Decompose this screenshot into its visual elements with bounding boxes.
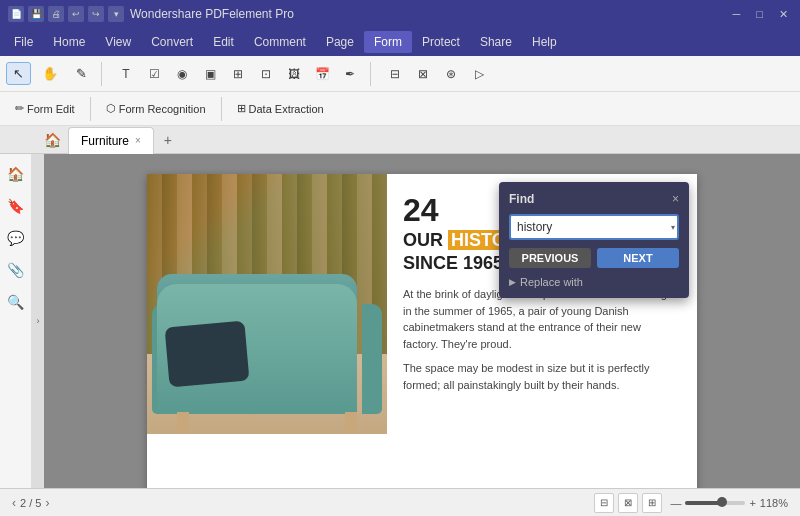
menu-form[interactable]: Form — [364, 31, 412, 53]
sidebar-search-icon[interactable]: 🔍 — [4, 290, 28, 314]
edit-icon: ✎ — [76, 66, 87, 81]
paragraph-2: The space may be modest in size but it i… — [403, 360, 677, 393]
find-input[interactable] — [509, 214, 679, 240]
edit-tool-button[interactable]: ✎ — [69, 62, 94, 85]
menu-file[interactable]: File — [4, 31, 43, 53]
zoom-slider-track[interactable] — [685, 501, 745, 505]
find-dropdown-arrow[interactable]: ▾ — [671, 223, 675, 232]
menu-share[interactable]: Share — [470, 31, 522, 53]
zoom-slider-fill — [685, 501, 720, 505]
our-text: OUR — [403, 230, 448, 250]
form-toolbar-sep-2 — [221, 97, 222, 121]
sidebar-comments-icon[interactable]: 💬 — [4, 226, 28, 250]
menu-home[interactable]: Home — [43, 31, 95, 53]
zoom-in-button[interactable]: + — [749, 497, 755, 509]
find-close-button[interactable]: × — [672, 192, 679, 206]
single-page-view-button[interactable]: ⊟ — [594, 493, 614, 513]
sidebar-attachments-icon[interactable]: 📎 — [4, 258, 28, 282]
signature-icon-btn[interactable]: ✒ — [337, 61, 363, 87]
hand-icon: ✋ — [42, 66, 58, 81]
find-next-button[interactable]: NEXT — [597, 248, 679, 268]
find-panel: Find × ▾ PREVIOUS NEXT ▶ Replace with — [499, 182, 689, 298]
text-field-icon-btn[interactable]: T — [113, 61, 139, 87]
print-icon[interactable]: 🖨 — [48, 6, 64, 22]
form-icon-group-2: ⊟ ⊠ ⊛ ▷ — [382, 61, 492, 87]
title-bar: 📄 💾 🖨 ↩ ↪ ▾ Wondershare PDFelement Pro ─… — [0, 0, 800, 28]
close-button[interactable]: ✕ — [775, 8, 792, 21]
sidebar-expand-button[interactable]: › — [32, 154, 44, 488]
sidebar-pages-icon[interactable]: 🏠 — [4, 162, 28, 186]
align-icon-btn[interactable]: ⊟ — [382, 61, 408, 87]
find-previous-button[interactable]: PREVIOUS — [509, 248, 591, 268]
hand-tool-button[interactable]: ✋ — [35, 62, 65, 85]
minimize-button[interactable]: ─ — [729, 8, 745, 21]
dropdown-icon[interactable]: ▾ — [108, 6, 124, 22]
menu-edit[interactable]: Edit — [203, 31, 244, 53]
redo-icon[interactable]: ↪ — [88, 6, 104, 22]
form-recognition-button[interactable]: ⬡ Form Recognition — [97, 98, 215, 119]
body-text-area: At the brink of daylight on a quaint Van… — [403, 286, 677, 393]
form-toolbar: ✏ Form Edit ⬡ Form Recognition ⊞ Data Ex… — [0, 92, 800, 126]
tab-bar-container: 🏠 Furniture × + — [0, 126, 800, 154]
left-sidebar: 🏠 🔖 💬 📎 🔍 — [0, 154, 32, 488]
sofa-leg-right — [345, 412, 357, 434]
document-page: 24 OUR HISTORY SINCE 1965 At the brink o… — [147, 174, 697, 488]
menu-protect[interactable]: Protect — [412, 31, 470, 53]
furniture-tab[interactable]: Furniture × — [68, 127, 154, 154]
sofa-image — [147, 174, 387, 434]
menu-page[interactable]: Page — [316, 31, 364, 53]
select-tool-button[interactable]: ↖ — [6, 62, 31, 85]
menu-help[interactable]: Help — [522, 31, 567, 53]
date-field-icon-btn[interactable]: 📅 — [309, 61, 335, 87]
two-page-view-button[interactable]: ⊠ — [618, 493, 638, 513]
form-recognition-label: Form Recognition — [119, 103, 206, 115]
prev-page-button[interactable]: ‹ — [12, 496, 16, 510]
button-icon-btn[interactable]: ⊡ — [253, 61, 279, 87]
app-title: Wondershare PDFelement Pro — [130, 7, 294, 21]
checkbox-icon-btn[interactable]: ☑ — [141, 61, 167, 87]
menu-comment[interactable]: Comment — [244, 31, 316, 53]
image-field-icon-btn[interactable]: 🖼 — [281, 61, 307, 87]
tab-close-button[interactable]: × — [135, 135, 141, 146]
menu-convert[interactable]: Convert — [141, 31, 203, 53]
file-icon[interactable]: 📄 — [8, 6, 24, 22]
status-bar-right: ⊟ ⊠ ⊞ — + 118% — [594, 493, 788, 513]
zoom-out-button[interactable]: — — [670, 497, 681, 509]
add-tab-button[interactable]: + — [158, 130, 178, 150]
title-bar-icons: 📄 💾 🖨 ↩ ↪ ▾ — [8, 6, 124, 22]
home-tab-button[interactable]: 🏠 — [40, 128, 64, 152]
data-extraction-button[interactable]: ⊞ Data Extraction — [228, 98, 333, 119]
toolbar-separator-2 — [370, 62, 371, 86]
main-toolbar: ↖ ✋ ✎ T ☑ ◉ ▣ ⊞ ⊡ 🖼 📅 ✒ ⊟ ⊠ ⊛ ▷ — [0, 56, 800, 92]
find-panel-title: Find — [509, 192, 534, 206]
form-edit-label: Form Edit — [27, 103, 75, 115]
tab-bar: 🏠 Furniture × + — [0, 126, 800, 154]
more-icon-btn[interactable]: ▷ — [466, 61, 492, 87]
undo-icon[interactable]: ↩ — [68, 6, 84, 22]
zoom-slider-thumb[interactable] — [717, 497, 727, 507]
grid-view-button[interactable]: ⊞ — [642, 493, 662, 513]
maximize-button[interactable]: □ — [752, 8, 767, 21]
main-area: 🏠 🔖 💬 📎 🔍 › — [0, 154, 800, 488]
data-extraction-label: Data Extraction — [249, 103, 324, 115]
form-edit-button[interactable]: ✏ Form Edit — [6, 98, 84, 119]
menu-view[interactable]: View — [95, 31, 141, 53]
find-panel-header: Find × — [509, 192, 679, 206]
properties-icon-btn[interactable]: ⊛ — [438, 61, 464, 87]
zoom-level: 118% — [760, 497, 788, 509]
zoom-bar: — + 118% — [670, 497, 788, 509]
form-recognition-icon: ⬡ — [106, 102, 116, 115]
next-page-button[interactable]: › — [45, 496, 49, 510]
replace-section[interactable]: ▶ Replace with — [509, 276, 679, 288]
sofa-arm-right — [362, 304, 382, 414]
data-extraction-icon: ⊞ — [237, 102, 246, 115]
radio-icon-btn[interactable]: ◉ — [169, 61, 195, 87]
select-field-icon-btn[interactable]: ▣ — [197, 61, 223, 87]
distribute-icon-btn[interactable]: ⊠ — [410, 61, 436, 87]
list-field-icon-btn[interactable]: ⊞ — [225, 61, 251, 87]
sidebar-bookmarks-icon[interactable]: 🔖 — [4, 194, 28, 218]
status-bar-left: ‹ 2 / 5 › — [12, 496, 49, 510]
form-toolbar-sep-1 — [90, 97, 91, 121]
page-indicator: 2 / 5 — [20, 497, 41, 509]
save-icon[interactable]: 💾 — [28, 6, 44, 22]
